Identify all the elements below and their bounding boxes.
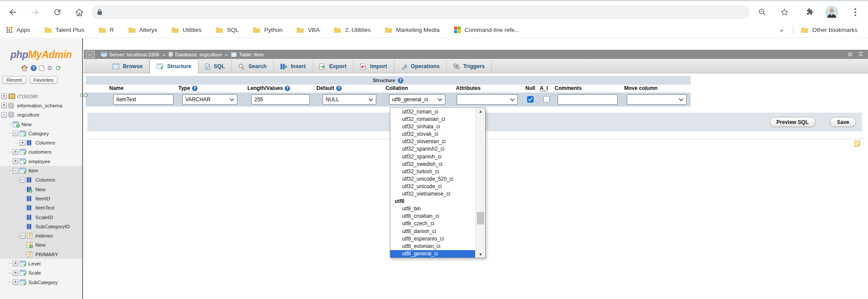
breadcrumb-server[interactable]: Server: localhost:3306	[101, 52, 159, 57]
tree-item-new[interactable]: New	[0, 185, 82, 194]
pma-logo[interactable]: phpMyAdmin	[0, 49, 82, 61]
forward-button[interactable]	[29, 6, 42, 19]
tab-browse[interactable]: Browse	[106, 60, 149, 73]
favorites-button[interactable]: Favorites	[29, 76, 58, 84]
length-field[interactable]	[251, 94, 310, 105]
help-icon[interactable]: ?	[285, 86, 290, 91]
tree-item-orgculture[interactable]: −orgculture	[0, 110, 82, 120]
tree-item-columns[interactable]: +Columns	[0, 138, 82, 147]
tree-item-item[interactable]: −Item	[0, 166, 82, 175]
bookmark-item[interactable]: Python	[253, 27, 282, 33]
tab-import[interactable]: Import	[354, 60, 394, 73]
breadcrumb-database[interactable]: Database: orgculture	[168, 52, 222, 57]
scroll-up-arrow[interactable]: ▲	[476, 108, 486, 114]
collation-option-utf8_croatian_ci[interactable]: utf8_croatian_ci	[390, 213, 475, 220]
sidebar-resize-handle[interactable]	[80, 92, 88, 100]
bookmark-item[interactable]: 2. Utilities	[334, 27, 371, 33]
expand-plus-icon[interactable]: +	[20, 140, 25, 146]
browser-menu-button[interactable]	[849, 6, 862, 19]
pma-settings-gear-icon[interactable]: ⚙	[47, 65, 53, 71]
name-field[interactable]	[113, 94, 174, 105]
tab-sql[interactable]: SQL	[198, 60, 232, 73]
collation-option-utf8_bin[interactable]: utf8_bin	[390, 205, 475, 213]
tree-item-itemid[interactable]: ItemID	[0, 194, 82, 203]
collation-select[interactable]: utf8_general_ci	[389, 94, 445, 105]
url-input[interactable]	[107, 9, 750, 16]
tree-item-employee[interactable]: +employee	[0, 157, 82, 166]
collation-option-utf32_swedish_ci[interactable]: utf32_swedish_ci	[390, 161, 475, 168]
tab-operations[interactable]: Operations	[394, 60, 447, 73]
collation-option-utf32_slovak_ci[interactable]: utf32_slovak_ci	[390, 131, 475, 138]
bookmarks-overflow-chevron[interactable]: »	[780, 26, 783, 34]
save-button[interactable]: Save	[830, 117, 856, 127]
expand-plus-icon[interactable]: +	[1, 103, 7, 108]
help-icon[interactable]: ?	[336, 86, 342, 91]
pma-doc-icon[interactable]	[39, 65, 45, 71]
bookmark-item[interactable]: R	[99, 27, 114, 33]
expand-plus-icon[interactable]: +	[13, 158, 18, 164]
apps-shortcut[interactable]: Apps	[6, 27, 30, 33]
back-button[interactable]	[6, 6, 19, 19]
scrollbar-thumb[interactable]	[477, 212, 484, 224]
comments-field[interactable]	[558, 94, 618, 105]
scroll-down-arrow[interactable]: ▼	[476, 251, 486, 258]
home-button[interactable]	[73, 6, 86, 19]
bookmark-item[interactable]: SQL	[216, 27, 239, 33]
collation-option-utf32_roman_ci[interactable]: utf32_roman_ci	[390, 108, 475, 116]
collation-option-utf32_unicode_ci[interactable]: utf32_unicode_ci	[390, 183, 475, 190]
tree-item-indexes[interactable]: −Indexes	[0, 231, 82, 240]
tree-item-primary[interactable]: PRIMARY	[0, 250, 82, 259]
tree-item-scale[interactable]: +Scale	[0, 268, 82, 278]
tree-item-itemtext[interactable]: ItemText	[0, 203, 82, 213]
reload-button[interactable]	[51, 6, 64, 19]
bookmark-item[interactable]: VBA	[297, 27, 319, 33]
tree-item-new[interactable]: New	[0, 241, 82, 250]
default-select[interactable]: NULL	[323, 94, 376, 105]
page-note-icon[interactable]	[854, 141, 861, 149]
pma-refresh-icon[interactable]	[55, 65, 61, 71]
tab-search[interactable]: Search	[232, 60, 274, 73]
collation-option-utf32_vietnamese_ci[interactable]: utf32_vietnamese_ci	[390, 190, 475, 198]
tree-item-category[interactable]: −Category	[0, 129, 82, 138]
breadcrumb-table[interactable]: Table: Item	[231, 52, 264, 57]
expand-plus-icon[interactable]: +	[13, 261, 18, 266]
expand-plus-icon[interactable]: +	[13, 279, 18, 285]
bookmark-item[interactable]: Alteryx	[128, 27, 157, 33]
collapse-minus-icon[interactable]: −	[20, 177, 25, 183]
collation-option-utf32_turkish_ci[interactable]: utf32_turkish_ci	[390, 168, 475, 175]
collation-option-utf8_estonian_ci[interactable]: utf8_estonian_ci	[390, 243, 475, 250]
extensions-button[interactable]	[803, 6, 816, 19]
pma-help-icon[interactable]: ?	[31, 65, 37, 71]
dropdown-scrollbar[interactable]: ▲ ▼	[475, 108, 485, 258]
other-bookmarks[interactable]: Other bookmarks	[801, 27, 858, 33]
bookmark-item[interactable]: Talent Plus	[45, 27, 84, 33]
zoom-out-button[interactable]	[756, 6, 769, 19]
expand-plus-icon[interactable]: +	[13, 270, 18, 276]
expand-plus-icon[interactable]: +	[1, 93, 7, 99]
type-select[interactable]: VARCHAR	[182, 94, 237, 105]
recent-button[interactable]: Recent	[2, 76, 26, 84]
profile-avatar[interactable]	[825, 6, 838, 19]
pma-home-icon[interactable]	[21, 65, 28, 71]
collation-option-utf32_sinhala_ci[interactable]: utf32_sinhala_ci	[390, 123, 475, 131]
page-settings-gear-icon[interactable]: ⚙	[847, 52, 853, 57]
scroll-to-top-icon[interactable]	[858, 52, 864, 57]
collation-option-utf32_slovenian_ci[interactable]: utf32_slovenian_ci	[390, 138, 475, 145]
bookmark-item[interactable]: Marketing Media	[385, 27, 440, 33]
collation-option-utf8_esperanto_ci[interactable]: utf8_esperanto_ci	[390, 235, 475, 243]
bookmark-star-button[interactable]	[778, 6, 791, 19]
auto-increment-checkbox[interactable]	[543, 96, 550, 103]
nav-collapse-button[interactable]: ←	[86, 51, 95, 58]
tree-item-information-schema[interactable]: +information_schema	[0, 101, 82, 110]
collapse-minus-icon[interactable]: −	[20, 233, 25, 239]
tree-item-new[interactable]: New	[0, 120, 82, 129]
tree-item-i7159180[interactable]: +i7159180	[0, 92, 82, 101]
collapse-minus-icon[interactable]: −	[13, 131, 18, 136]
tree-item-columns[interactable]: −Columns	[0, 175, 82, 185]
tab-structure[interactable]: Structure	[149, 59, 198, 73]
tab-insert[interactable]: Insert	[274, 60, 312, 73]
collapse-minus-icon[interactable]: −	[1, 112, 7, 118]
tab-triggers[interactable]: Triggers	[447, 60, 492, 73]
address-bar[interactable]	[92, 5, 750, 19]
tab-export[interactable]: Export	[312, 60, 354, 73]
